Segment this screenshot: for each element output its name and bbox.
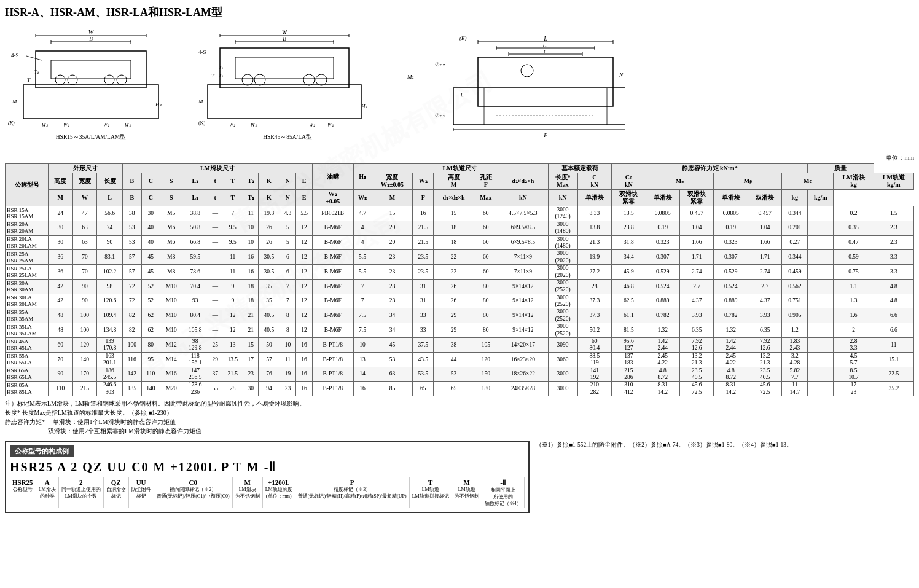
svg-text:W₂: W₂ [309,122,316,128]
example-part: MLM轨道 为不锈钢制 [452,477,482,508]
col-t1: T₁ [243,173,259,190]
note-length: 长度* 长度Max是指LM轨道的标准最大长度。（参照 ■1-230） [5,408,914,417]
svg-text:W₂: W₂ [103,122,110,128]
col-l: 长度 [97,173,123,190]
example-part: UU防尘附件 标记 [129,477,154,508]
svg-text:B: B [283,36,286,42]
table-row: HSR 65A HSR 65LA90170186 245.5142110M161… [6,367,914,382]
svg-text:N: N [619,72,624,78]
col-Max: Max [474,190,498,206]
col-b: B [123,173,142,190]
col-Fd: F [413,190,434,206]
svg-text:W₁: W₁ [327,122,334,128]
table-row: HSR 35A HSR 35AM48100109.48262M1080.4—12… [6,308,914,323]
col-n: N [280,173,296,190]
example-parts: HSR25公称型号ALM滑块 的种类2同一轨道上使用的 LM滑块的个数QZ自润滑… [10,477,525,508]
svg-text:F: F [543,132,547,138]
svg-rect-0 [23,85,158,119]
svg-text:(K): (K) [198,120,205,126]
svg-text:(K): (K) [8,120,15,126]
diagrams-wrapper: W B 4-S M T T₁ H₃ W₂ W₁ W₂ [5,23,914,141]
svg-text:H₃: H₃ [155,101,162,108]
col-model: 公称型号 [6,164,49,206]
table-row: HSR 35LA HSR 35LAM48100134.88262M10105.8… [6,323,914,338]
example-outer: 公称型号的构成例 HSR25 A 2 QZ UU C0 M +1200L P T… [5,441,914,513]
table-row: HSR 30A HSR 30AM4290987252M1070.4—918357… [6,279,914,294]
svg-text:M: M [198,98,203,104]
example-label: 公称型号的构成例 [10,445,74,457]
table-row: HSR 25LA HSR 25LAM3670102.25745M878.6—11… [6,265,914,280]
svg-text:T₁: T₁ [34,69,39,75]
example-part: TLM轨道 LM轨道拼接标记 [410,477,452,508]
col-C0: C₀kN [612,173,646,190]
col-CC: C [141,190,160,206]
svg-line-16 [26,56,42,60]
example-part: HSR25公称型号 [10,477,36,508]
example-part: ALM滑块 的种类 [36,477,59,508]
col-fd: 孔距F [474,173,498,190]
col-KK: K [259,190,280,206]
col-C: CkN [577,173,611,190]
svg-point-3 [55,75,65,85]
svg-text:W₂: W₂ [42,122,49,128]
col-EE: E [296,190,313,206]
svg-point-4 [68,75,77,85]
svg-text:T: T [27,77,31,83]
col-T: T [222,173,243,190]
col-lm-block: LM滑块尺寸 [123,164,313,173]
diagram-rail: (E) L L₁ C [404,33,625,141]
col-w: 宽度 [72,173,97,190]
page-container: HSR-A、HSR-AM、HSR-LA和HSR-LAM型 [0,0,919,518]
col-mc-single: 单滑块 [714,190,748,206]
col-mass: 质量 [808,164,874,173]
diagram-left-label: HSR15～35A/L/AM/LAM型 [5,133,177,141]
diagram-right-svg: W B 4-S M T T₁ T₁ H₃ (K) W₂ W₁ [195,23,380,131]
col-k: K [259,173,280,190]
svg-text:C: C [544,49,548,55]
page-title: HSR-A、HSR-AM、HSR-LA和HSR-LAM型 [5,5,914,20]
diagram-rail-svg: (E) L L₁ C [404,33,625,140]
svg-text:W₂: W₂ [229,122,236,128]
svg-text:4-S: 4-S [198,49,206,55]
col-h: 高度 [49,173,73,190]
col-maxlen: 长度*Max [548,173,577,190]
svg-text:M: M [12,98,17,104]
example-model: HSR25 A 2 QZ UU C0 M +1200L P T M -Ⅱ [10,460,525,474]
col-SS: S [160,190,182,206]
diagram-right-label: HSR45～85A/LA型 [195,133,380,141]
col-tt: t [208,190,222,206]
svg-rect-26 [208,85,361,119]
example-part: 2同一轨道上使用的 LM滑块的个数 [59,477,104,508]
table-row: HSR 20LA HSR 20LAM3063905340M666.8—9.510… [6,235,914,250]
col-mc: Mc [782,173,834,190]
svg-point-31 [303,74,315,85]
svg-point-5 [104,75,114,85]
svg-text:L₁: L₁ [542,42,548,49]
col-ma-double: 双滑块紧靠 [612,190,646,206]
col-mc-double: 双滑块 [748,190,781,206]
col-W2: W₂ [353,190,372,206]
unit-label: 单位：mm [5,154,914,162]
svg-text:W₁: W₁ [251,122,257,128]
svg-text:h: h [461,92,464,98]
col-B: B [123,190,142,206]
svg-text:(E): (E) [459,35,467,41]
col-TT: T [222,190,243,206]
col-M: M [49,190,73,206]
example-part: +1200LLM轨道长度 (单位：mm) [263,477,295,508]
col-mb-double: 双滑块紧靠 [680,190,714,206]
col-NN: N [280,190,296,206]
example-part: QZ自润滑器 标记 [104,477,129,508]
col-kg-block: kg [782,190,808,206]
note-main: 注）标记M表示LM滑块，LM轨道和钢球采用不锈钢材料。因此带此标记的型号耐腐蚀性… [5,399,914,408]
col-dim: d₁×d₂×h [498,173,548,190]
svg-text:T: T [211,73,215,79]
table-row: HSR 30LA HSR 30LAM4290120.67252M1093—918… [6,294,914,308]
col-t: t [208,173,222,190]
col-oil: 油嘴 [312,164,353,190]
table-row: HSR 25A HSR 25AM367083.15745M859.5—11163… [6,250,914,265]
col-mb: Mᵦ [714,173,782,190]
svg-text:4-S: 4-S [11,52,19,58]
svg-text:W₁: W₁ [125,122,131,128]
footnotes: （※1）参照■1-552上的防尘附件。（※2）参照■A-74。（※3）参照■1-… [536,441,914,450]
